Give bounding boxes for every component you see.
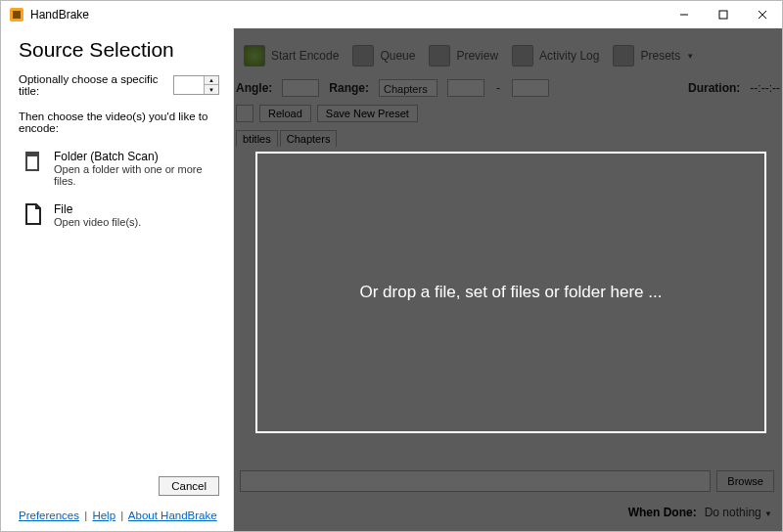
- source-option-folder[interactable]: Folder (Batch Scan) Open a folder with o…: [19, 144, 219, 197]
- minimize-button[interactable]: [665, 1, 704, 28]
- panel-heading: Source Selection: [19, 38, 219, 62]
- svg-rect-3: [719, 11, 727, 19]
- main-backdrop: Start Encode Queue Preview Activity Log …: [234, 28, 782, 531]
- title-number-input[interactable]: [174, 76, 204, 94]
- titlebar: HandBrake: [1, 1, 782, 28]
- drop-zone-text: Or drop a file, set of files or folder h…: [360, 283, 663, 302]
- title-number-label: Optionally choose a specific title:: [19, 73, 169, 97]
- svg-rect-8: [27, 154, 37, 156]
- drop-zone[interactable]: Or drop a file, set of files or folder h…: [255, 152, 766, 433]
- app-icon: [9, 7, 24, 22]
- file-option-title: File: [54, 202, 141, 216]
- maximize-button[interactable]: [704, 1, 743, 28]
- file-option-desc: Open video file(s).: [54, 216, 141, 228]
- spin-up-icon[interactable]: ▲: [205, 76, 218, 85]
- folder-option-desc: Open a folder with one or more files.: [54, 163, 219, 187]
- spin-down-icon[interactable]: ▼: [205, 85, 218, 94]
- app-title: HandBrake: [30, 8, 89, 22]
- source-option-file[interactable]: File Open video file(s).: [19, 197, 219, 238]
- panel-links: Preferences | Help | About HandBrake: [19, 510, 219, 521]
- about-link[interactable]: About HandBrake: [128, 510, 217, 521]
- help-link[interactable]: Help: [92, 510, 115, 521]
- source-selection-panel: Source Selection Optionally choose a spe…: [1, 28, 234, 531]
- title-number-spinner[interactable]: ▲ ▼: [173, 75, 219, 95]
- cancel-button[interactable]: Cancel: [159, 476, 219, 496]
- file-icon: [23, 202, 44, 228]
- window: HandBrake Source Selection Optionally ch…: [0, 0, 783, 532]
- svg-rect-1: [13, 11, 21, 19]
- folder-icon: [23, 150, 44, 175]
- panel-instruction: Then choose the video(s) you'd like to e…: [19, 111, 219, 134]
- folder-option-title: Folder (Batch Scan): [54, 150, 219, 163]
- close-button[interactable]: [743, 1, 782, 28]
- preferences-link[interactable]: Preferences: [19, 510, 79, 521]
